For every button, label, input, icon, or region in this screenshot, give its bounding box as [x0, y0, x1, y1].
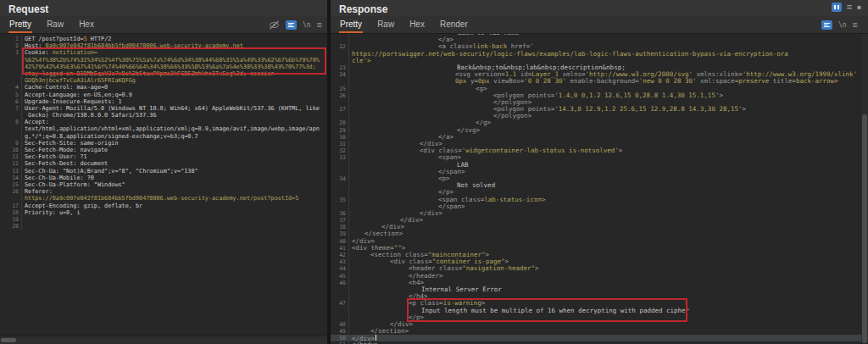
code-row[interactable]: 8Accept: [0, 119, 327, 125]
code-text[interactable]: <g> [352, 86, 487, 92]
tab-hex[interactable]: Hex [409, 16, 426, 33]
code-text[interactable]: User-Agent: Mozilla/5.0 (Windows NT 10.0… [25, 105, 320, 112]
code-text[interactable]: stay-logged-in=B1BMbEqoVJs7vBi%2b5tuxPXp… [25, 70, 278, 77]
window-maximize-icon[interactable]: ■ [857, 3, 861, 11]
code-text[interactable]: 42%79%42%43%63%67%41%6f%74%49%66%64%34%3… [25, 64, 316, 70]
response-editor[interactable]: Back to lab home</a>22<a class=link-back… [331, 34, 868, 344]
code-text[interactable]: </header> [352, 273, 443, 280]
code-text[interactable]: </svg> [352, 127, 480, 134]
code-row[interactable]: 34<p> [331, 175, 868, 182]
code-row[interactable]: Gecko) Chrome/138.0.0.0 Safari/537.36 [0, 112, 327, 119]
code-text[interactable]: Sec-Fetch-Mode: navigate [25, 147, 108, 153]
tab-raw[interactable]: Raw [46, 16, 64, 33]
code-text[interactable]: Sec-Ch-Ua: "Not)A;Brand";v="8", "Chromiu… [25, 168, 198, 175]
code-text[interactable]: </div> [352, 210, 442, 217]
code-row[interactable]: 40</div> [331, 238, 868, 245]
code-text[interactable]: Sec-Fetch-User: ?1 [25, 153, 87, 160]
code-row[interactable]: 16Referer: [0, 188, 327, 195]
request-editor[interactable]: 1GET /post?postId=5 HTTP/22Host: 0a9c007… [0, 34, 327, 336]
code-row[interactable]: 19 [0, 216, 327, 223]
code-text[interactable]: Sec-Ch-Ua-Platform: "Windows" [25, 181, 125, 188]
code-row[interactable]: text/html,application/xhtml+xml,applicat… [0, 125, 327, 132]
code-row[interactable]: 35<span class=lab-status-icon> [331, 197, 868, 203]
code-row[interactable]: 42%79%42%43%63%67%41%6f%74%49%66%64%34%3… [0, 64, 327, 70]
code-row[interactable]: </p> [331, 189, 868, 196]
tab-hex[interactable]: Hex [78, 16, 95, 33]
code-row[interactable]: 11Sec-Fetch-User: ?1 [0, 153, 327, 160]
code-text[interactable]: <polygon points='1.4,0 0,1.2 12.6,15 0,2… [352, 92, 723, 99]
code-row[interactable]: 28</g> [331, 119, 868, 126]
code-row[interactable]: %62%4f%38%2b%74%32%34%52%4f%30%75%5a%7a%… [0, 57, 327, 64]
pretty-print-icon[interactable] [286, 20, 297, 30]
code-text[interactable]: </p> [352, 314, 424, 321]
code-row[interactable]: 30</a> [331, 134, 868, 141]
editor-menu-icon[interactable]: ≡ [853, 20, 858, 29]
code-row[interactable]: 4Cache-Control: max-age=0 [0, 84, 327, 91]
code-text[interactable]: Priority: u=0, i [25, 209, 80, 216]
code-row[interactable]: 26<polygon points='1.4,0 0,1.2 12.6,15 0… [331, 92, 868, 99]
code-text[interactable]: Input length must be multiple of 16 when… [352, 308, 689, 314]
code-text[interactable]: GUQh3njbcwfTvCuA3iAlr65FRIaKQFGg [25, 77, 136, 84]
editor-menu-icon[interactable]: ≡ [317, 20, 322, 29]
code-row[interactable]: 32<div class='widgetcontainer-lab-status… [331, 147, 868, 154]
request-horizontal-scrollbar[interactable] [0, 336, 327, 344]
code-row[interactable]: 15Sec-Ch-Ua-Platform: "Windows" [0, 181, 327, 188]
code-row[interactable]: Not solved [331, 182, 868, 189]
code-text[interactable]: Host: 0a9c007e042f81b684bb5fbd00470006.w… [25, 42, 243, 49]
code-row[interactable]: 0px y=0px viewBox='0 0 28 30' enable-bac… [331, 78, 868, 85]
code-text[interactable]: <h4> [352, 280, 424, 286]
code-text[interactable]: <header class="navigation-header"> [352, 265, 539, 272]
newline-toggle-icon[interactable]: \n [303, 21, 311, 29]
code-text[interactable]: Sec-Fetch-Dest: document [25, 160, 108, 167]
code-row[interactable]: </span> [331, 203, 868, 210]
window-restore-icon[interactable]: = [847, 2, 852, 12]
code-text[interactable]: Upgrade-Insecure-Requests: 1 [25, 98, 122, 105]
code-text[interactable]: Sec-Fetch-Site: same-origin [25, 140, 119, 147]
code-row[interactable]: 46<h4> [331, 280, 868, 286]
code-text[interactable]: Gecko) Chrome/138.0.0.0 Safari/537.36 [25, 112, 157, 119]
code-text[interactable]: Cache-Control: max-age=0 [25, 84, 108, 91]
code-text[interactable]: <p> [352, 175, 450, 182]
code-row[interactable]: 5Accept-Language: en-US,en;q=0.9 [0, 92, 327, 98]
code-text[interactable]: Accept-Language: en-US,en;q=0.9 [25, 92, 132, 98]
code-row[interactable]: 20 [0, 223, 327, 230]
code-row[interactable]: 10Sec-Fetch-Mode: navigate [0, 147, 327, 153]
code-row[interactable]: https://portswigger.net/web-security/log… [331, 51, 868, 58]
code-text[interactable]: </span> [352, 203, 465, 210]
response-vscroll-thumb[interactable] [862, 114, 867, 343]
code-row[interactable]: 12Sec-Fetch-Dest: document [0, 160, 327, 167]
code-row[interactable]: 17Accept-Encoding: gzip, deflate, br [0, 203, 327, 209]
code-text[interactable]: Referer: [25, 188, 53, 195]
code-text[interactable]: <div class='widgetcontainer-lab-status i… [352, 147, 622, 154]
code-row[interactable]: 33<span> [331, 154, 868, 161]
code-row[interactable]: </span> [331, 169, 868, 175]
tab-pretty[interactable]: Pretty [339, 16, 363, 33]
code-text[interactable]: <span> [352, 154, 461, 161]
code-row[interactable]: 50</div> [331, 335, 868, 341]
code-row[interactable]: 9Sec-Fetch-Site: same-origin [0, 140, 327, 147]
code-text[interactable]: <polygon points='14.3,0 12.9,1.2 25.6,15… [352, 106, 746, 113]
code-text[interactable]: %62%4f%38%2b%74%32%34%52%4f%30%75%5a%7a%… [25, 57, 320, 64]
code-text[interactable]: cle'> [352, 58, 371, 64]
code-row[interactable]: GUQh3njbcwfTvCuA3iAlr65FRIaKQFGg [0, 77, 327, 84]
code-text[interactable]: https://0a9c007e042f81b684bb5fbd00470006… [25, 195, 298, 202]
tab-render[interactable]: Render [439, 16, 469, 33]
tab-pretty[interactable]: Pretty [8, 16, 32, 33]
code-row[interactable]: 39</section> [331, 230, 868, 237]
code-row[interactable]: stay-logged-in=B1BMbEqoVJs7vBi%2b5tuxPXp… [0, 70, 327, 77]
tab-raw[interactable]: Raw [376, 16, 395, 33]
code-row[interactable]: </polygon> [331, 113, 868, 119]
code-row[interactable]: 2Host: 0a9c007e042f81b684bb5fbd00470006.… [0, 42, 327, 49]
code-text[interactable]: GET /post?postId=5 HTTP/2 [25, 36, 111, 42]
code-text[interactable]: https://portswigger.net/web-security/log… [352, 51, 788, 58]
code-text[interactable]: g,*/*;q=0.8,application/signed-exchange;… [25, 133, 198, 140]
code-text[interactable]: Cookie: notification= [25, 49, 97, 56]
code-row[interactable]: 7User-Agent: Mozilla/5.0 (Windows NT 10.… [0, 105, 327, 112]
response-vertical-scrollbar[interactable] [861, 34, 868, 344]
code-row[interactable]: 38</div> [331, 224, 868, 230]
code-row[interactable]: 14Sec-Ch-Ua-Mobile: ?0 [0, 175, 327, 181]
code-row[interactable]: 13Sec-Ch-Ua: "Not)A;Brand";v="8", "Chrom… [0, 168, 327, 175]
pause-icon[interactable] [832, 3, 842, 12]
code-row[interactable]: 29</svg> [331, 127, 868, 134]
code-row[interactable]: LAB [331, 162, 868, 169]
